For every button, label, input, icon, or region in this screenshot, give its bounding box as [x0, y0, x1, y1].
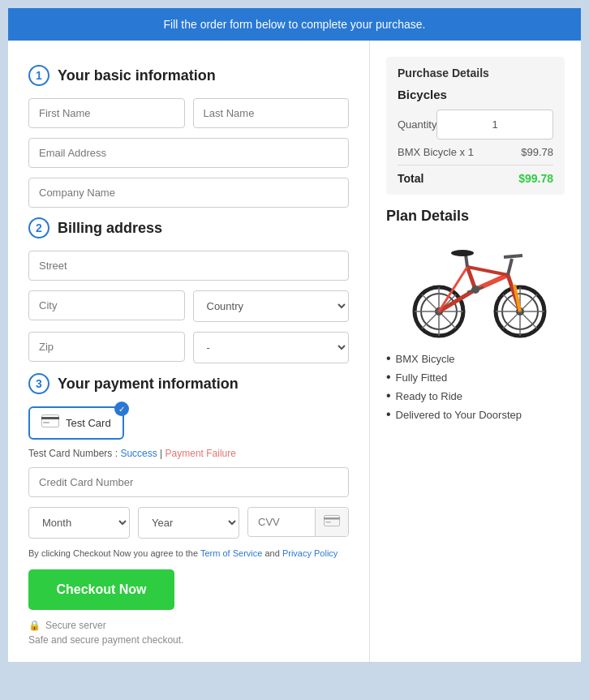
cvv-card-icon: [315, 509, 348, 536]
total-row: Total $99.78: [398, 165, 553, 185]
product-category: Bicycles: [398, 88, 553, 101]
state-field: -: [193, 332, 350, 363]
svg-rect-2: [43, 422, 49, 423]
test-card-info: Test Card Numbers : Success | Payment Fa…: [28, 448, 349, 459]
lock-icon: 🔒: [28, 620, 41, 631]
svg-rect-0: [42, 415, 59, 427]
zip-input[interactable]: [28, 332, 185, 362]
basic-info-header: 1 Your basic information: [28, 65, 349, 86]
country-field: Country: [193, 290, 350, 322]
card-check-icon: ✓: [114, 402, 129, 416]
feature-2: Fully Fitted: [386, 370, 565, 384]
city-field: [28, 290, 185, 322]
last-name-field: [193, 98, 350, 128]
credit-card-row: [28, 467, 349, 497]
bike-image-container: [386, 234, 565, 340]
credit-card-field: [28, 467, 349, 497]
secure-server-label: Secure server: [45, 620, 106, 631]
total-label: Total: [398, 172, 423, 185]
quantity-input[interactable]: [436, 110, 553, 140]
billing-title: Billing address: [58, 220, 162, 237]
company-row: [28, 178, 349, 208]
country-select[interactable]: Country: [193, 290, 350, 322]
plan-title: Plan Details: [386, 208, 565, 225]
svg-line-26: [508, 259, 512, 275]
expiry-cvv-row: Month JanuaryFebruaryMarch AprilMayJune …: [28, 507, 349, 539]
billing-header: 2 Billing address: [28, 217, 349, 238]
terms-and: and: [264, 548, 279, 558]
privacy-link[interactable]: Privacy Policy: [282, 548, 337, 558]
city-country-row: Country: [28, 290, 349, 322]
success-link[interactable]: Success: [120, 448, 157, 459]
month-select[interactable]: Month JanuaryFebruaryMarch AprilMayJune …: [28, 507, 130, 539]
month-field: Month JanuaryFebruaryMarch AprilMayJune …: [28, 507, 130, 539]
card-icon: [41, 414, 59, 432]
terms-prefix: By clicking Checkout Now you agree to th…: [28, 548, 198, 558]
section-number-2: 2: [28, 217, 49, 238]
svg-rect-1: [41, 417, 59, 419]
cvv-input[interactable]: [248, 508, 315, 536]
feature-1: BMX Bicycle: [386, 351, 565, 366]
svg-point-29: [451, 250, 474, 256]
purchase-details-box: Purchase Details Bicycles Quantity BMX B…: [386, 57, 565, 195]
card-label: Test Card: [66, 417, 111, 429]
svg-rect-3: [325, 515, 340, 526]
terms-text: By clicking Checkout Now you agree to th…: [28, 548, 349, 558]
svg-line-27: [504, 256, 522, 257]
plan-features-list: BMX Bicycle Fully Fitted Ready to Ride D…: [386, 351, 565, 422]
total-amount: $99.78: [518, 172, 553, 185]
street-row: [28, 251, 349, 281]
feature-4: Delivered to Your Doorstep: [386, 407, 565, 422]
last-name-input[interactable]: [193, 98, 350, 128]
first-name-input[interactable]: [28, 98, 185, 128]
test-card-text: Test Card Numbers :: [28, 448, 118, 459]
svg-line-23: [467, 267, 508, 275]
cvv-field: [247, 507, 349, 539]
company-field: [28, 178, 349, 208]
secure-info: 🔒 Secure server: [28, 620, 349, 631]
terms-link[interactable]: Term of Service: [200, 548, 262, 558]
left-panel: 1 Your basic information: [8, 41, 370, 662]
credit-card-input[interactable]: [28, 467, 349, 497]
first-name-field: [28, 98, 185, 128]
failure-link[interactable]: Payment Failure: [166, 448, 236, 459]
right-panel: Purchase Details Bicycles Quantity BMX B…: [370, 41, 581, 662]
email-input[interactable]: [28, 138, 349, 168]
email-field: [28, 138, 349, 168]
purchase-details-title: Purchase Details: [398, 67, 553, 79]
year-select[interactable]: Year 202420252026 202720282029: [138, 507, 239, 539]
svg-rect-5: [325, 522, 331, 523]
quantity-label: Quantity: [398, 118, 436, 131]
top-banner: Fill the order form below to complete yo…: [8, 8, 581, 41]
city-input[interactable]: [28, 290, 185, 320]
checkout-button[interactable]: Checkout Now: [28, 569, 174, 610]
street-field: [28, 251, 349, 281]
section-number-3: 3: [28, 373, 49, 394]
product-label: BMX Bicycle x 1: [398, 146, 474, 158]
section-number-1: 1: [28, 65, 49, 86]
basic-info-title: Your basic information: [58, 67, 216, 84]
year-field: Year 202420252026 202720282029: [138, 507, 239, 539]
cvv-wrapper: [247, 507, 349, 537]
product-row: BMX Bicycle x 1 $99.78: [398, 146, 553, 158]
svg-line-28: [466, 255, 467, 267]
svg-rect-4: [324, 517, 340, 520]
quantity-row: Quantity: [398, 110, 553, 140]
feature-3: Ready to Ride: [386, 389, 565, 403]
product-price: $99.78: [521, 146, 553, 158]
payment-header: 3 Your payment information: [28, 373, 349, 394]
bike-image: [394, 234, 557, 340]
secure-text: Safe and secure payment checkout.: [28, 634, 349, 646]
name-row: [28, 98, 349, 128]
company-input[interactable]: [28, 178, 349, 208]
email-row: [28, 138, 349, 168]
payment-title: Your payment information: [58, 376, 239, 393]
zip-field: [28, 332, 185, 363]
separator: |: [160, 448, 162, 459]
test-card-option[interactable]: ✓ Test Card: [28, 406, 124, 440]
state-select[interactable]: -: [193, 332, 350, 363]
street-input[interactable]: [28, 251, 349, 281]
zip-state-row: -: [28, 332, 349, 363]
banner-text: Fill the order form below to complete yo…: [164, 18, 426, 31]
